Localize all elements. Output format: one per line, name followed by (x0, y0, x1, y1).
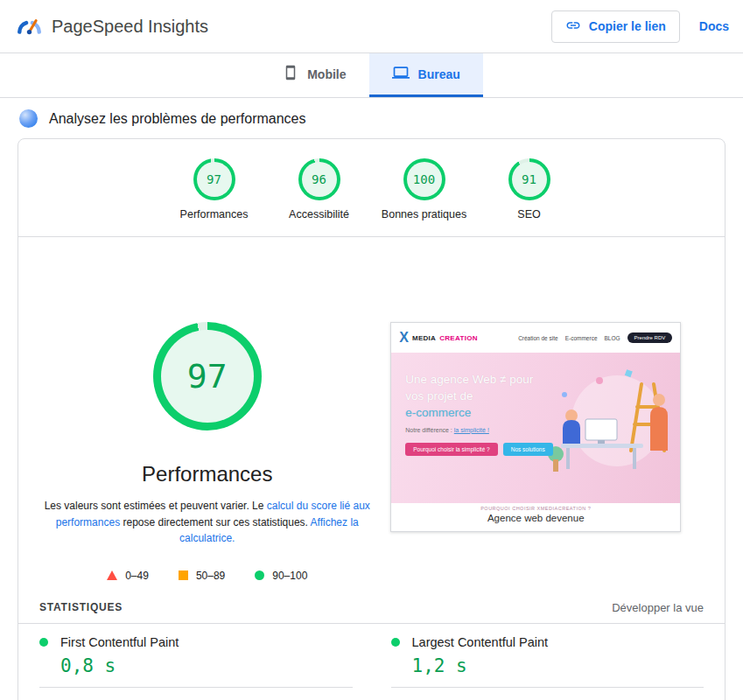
site-nav-item: Création de site (518, 335, 558, 341)
category-scores: 97 Performances 96 Accessibilité 100 Bon… (18, 139, 725, 236)
site-nav: Création de site E-commerce BLOG Prendre… (518, 332, 672, 343)
site-hero-subtext: Notre différence : la simplicité ! (405, 427, 680, 433)
statistics-title: STATISTIQUES (39, 601, 123, 613)
score-disclaimer: Les valeurs sont estimées et peuvent var… (43, 498, 372, 547)
disclaimer-text: repose directement sur ces statistiques. (120, 516, 310, 528)
score-gauge: 96 (298, 158, 340, 200)
brand[interactable]: PageSpeed Insights (16, 13, 208, 40)
site-hero-heading: Une agence Web ≠ pour vos projet de e-co… (405, 372, 680, 422)
score-gauge: 91 (508, 158, 550, 200)
metric-tbt: Total Blocking Time (39, 688, 353, 700)
site-button-primary: Pourquoi choisir la simplicité ? (405, 443, 497, 456)
performance-summary: 97 Performances Les valeurs sont estimée… (18, 237, 725, 582)
site-logo: X (399, 330, 409, 346)
site-cta-pill: Prendre RDV (627, 332, 673, 343)
metrics-grid: First Contentful Paint 0,8 s Largest Con… (18, 624, 725, 700)
score-performances[interactable]: 97 Performances (162, 158, 267, 220)
score-value: 91 (512, 162, 547, 197)
score-label: SEO (517, 208, 540, 220)
performance-gauge: 97 (153, 322, 262, 430)
disclaimer-text: Les valeurs sont estimées et peuvent var… (45, 500, 267, 512)
analyze-title: Analysez les problèmes de performances (49, 111, 305, 127)
link-icon (565, 18, 581, 36)
metric-label: First Contentful Paint (60, 635, 179, 649)
score-seo[interactable]: 91 SEO (477, 158, 582, 220)
average-square-icon (179, 570, 188, 580)
copy-link-label: Copier le lien (589, 19, 666, 33)
score-label: Performances (180, 208, 249, 220)
site-button-secondary: Nos solutions (503, 443, 553, 456)
performance-gauge-column: 97 Performances Les valeurs sont estimée… (43, 322, 372, 582)
page-screenshot-thumbnail: X MEDIA CREATION Création de site E-comm… (390, 322, 681, 532)
analyze-row: Analysez les problèmes de performances (0, 98, 743, 138)
score-legend: 0–49 50–89 90–100 (107, 570, 307, 582)
pass-dot-icon (391, 638, 400, 647)
tab-mobile-label: Mobile (307, 67, 346, 81)
site-header: X MEDIA CREATION Création de site E-comm… (391, 323, 680, 353)
statistics-header: STATISTIQUES Développer la vue (18, 601, 725, 614)
metric-cls: Cumulative Layout Shift (391, 688, 704, 700)
site-footer-title: Agence web devenue (391, 513, 680, 523)
metric-value: 0,8 s (60, 655, 353, 676)
score-label: Accessibilité (289, 208, 349, 220)
smartphone-icon (283, 65, 298, 83)
pagespeed-gauge-icon (16, 13, 43, 40)
score-gauge: 100 (403, 158, 445, 200)
legend-fail-range: 0–49 (125, 570, 149, 582)
site-nav-item: E-commerce (565, 335, 598, 341)
laptop-icon (392, 64, 410, 84)
expand-view-link[interactable]: Développer la vue (612, 601, 704, 614)
score-accessibilite[interactable]: 96 Accessibilité (267, 158, 372, 220)
app-title: PageSpeed Insights (52, 17, 208, 37)
app-header: PageSpeed Insights Copier le lien Docs (0, 0, 743, 53)
performance-score-value: 97 (161, 330, 254, 423)
pass-dot-icon (39, 638, 48, 647)
report-card: 97 Performances 96 Accessibilité 100 Bon… (18, 138, 725, 700)
score-value: 97 (197, 162, 232, 197)
screenshot-column: X MEDIA CREATION Création de site E-comm… (372, 322, 701, 582)
site-nav-item: BLOG (605, 335, 620, 341)
legend-pass-range: 90–100 (272, 570, 307, 582)
tab-mobile[interactable]: Mobile (260, 53, 368, 97)
insights-sphere-icon (19, 109, 38, 128)
score-value: 96 (302, 162, 337, 197)
score-value: 100 (407, 162, 442, 197)
score-label: Bonnes pratiques (382, 208, 466, 220)
score-bonnes-pratiques[interactable]: 100 Bonnes pratiques (372, 158, 477, 220)
docs-link[interactable]: Docs (699, 19, 729, 33)
legend-average: 50–89 (179, 570, 225, 582)
metric-fcp: First Contentful Paint 0,8 s (39, 624, 353, 688)
metric-value: 1,2 s (412, 655, 704, 676)
tab-desktop[interactable]: Bureau (369, 53, 483, 97)
legend-fail: 0–49 (107, 570, 149, 582)
site-brand-creation: CREATION (439, 334, 478, 342)
site-footer: POURQUOI CHOISIR XMEDIACREATION ? Agence… (391, 503, 680, 531)
device-tabs: Mobile Bureau (0, 53, 743, 98)
legend-average-range: 50–89 (196, 570, 225, 582)
metric-lcp: Largest Contentful Paint 1,2 s (391, 624, 704, 688)
performance-gauge-title: Performances (142, 462, 272, 486)
copy-link-button[interactable]: Copier le lien (551, 10, 680, 43)
score-gauge: 97 (193, 158, 235, 200)
site-hero-buttons: Pourquoi choisir la simplicité ? Nos sol… (405, 443, 680, 456)
legend-pass: 90–100 (255, 570, 307, 582)
site-hero: Une agence Web ≠ pour vos projet de e-co… (391, 353, 680, 503)
tab-desktop-label: Bureau (418, 67, 460, 81)
fail-triangle-icon (107, 570, 117, 580)
site-footer-kicker: POURQUOI CHOISIR XMEDIACREATION ? (391, 506, 680, 511)
pass-circle-icon (255, 570, 264, 580)
site-brand-media: MEDIA (412, 334, 436, 342)
metric-label: Largest Contentful Paint (412, 635, 549, 649)
